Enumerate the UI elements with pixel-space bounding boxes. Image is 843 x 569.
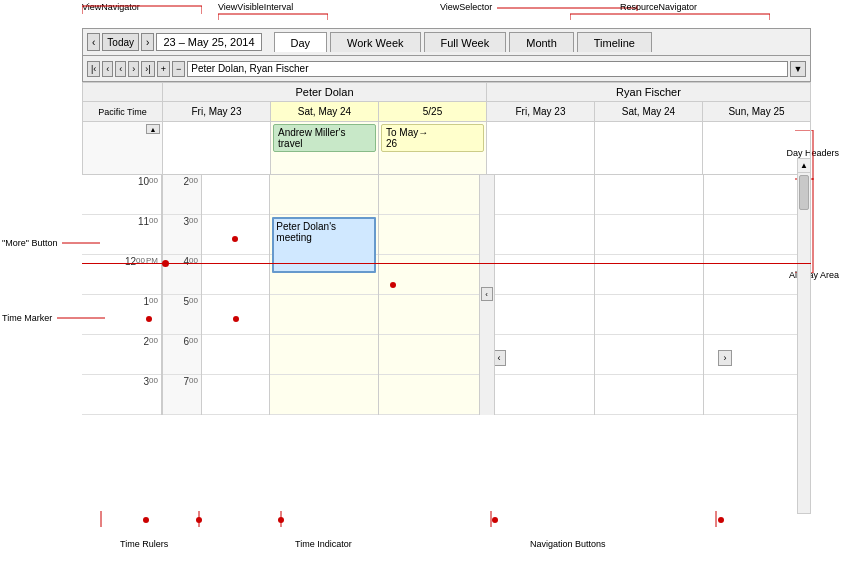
time2-slot-3: 300 (163, 215, 201, 255)
resource-header: Peter Dolan Ryan Fischer (82, 82, 811, 102)
ryan-fischer-header: Ryan Fischer (487, 83, 810, 101)
prev-button[interactable]: ‹ (87, 33, 100, 51)
day-header-row: Pacific Time Fri, May 23 Sat, May 24 5/2… (82, 102, 811, 122)
next-button[interactable]: › (141, 33, 154, 51)
scroll-thumb[interactable] (799, 175, 809, 210)
grid-area: Peter Dolan Ryan Fischer Pacific Time Fr… (82, 82, 811, 415)
more-button[interactable]: ▲ (146, 124, 160, 134)
res-prev-prev[interactable]: |‹ (87, 61, 100, 77)
peter-sat-h1 (270, 295, 377, 335)
today-button[interactable]: Today (102, 33, 139, 51)
peter-day-fri: Fri, May 23 (163, 102, 271, 121)
ryan-fri-h1 (487, 295, 594, 335)
ryan-sat-h3 (595, 375, 702, 415)
time-rulers-label: Time Rulers (120, 539, 168, 549)
time-slot-3: 300 (82, 375, 161, 415)
peter-day-sat: Sat, May 24 (271, 102, 379, 121)
time2-slot-2: 200 (163, 175, 201, 215)
time-body: 1000 1100 1200PM 100 200 300 (82, 175, 811, 415)
ryan-separator: ‹ (479, 175, 495, 415)
peter-day-525: 5/25 (379, 102, 487, 121)
ryan-fri-col (487, 175, 595, 415)
vertical-scrollbar: ▲ (797, 158, 811, 514)
time-slot-1: 100 (82, 295, 161, 335)
ryan-nav-prev[interactable]: ‹ (481, 287, 493, 301)
more-btn-dot (232, 236, 238, 242)
ryan-sun-h10 (704, 175, 811, 215)
res-nav-prev[interactable]: ‹ (115, 61, 126, 77)
view-selector-label: ViewSelector (440, 2, 647, 12)
time-gutter-top (83, 83, 163, 101)
peter-sat-h3 (270, 375, 377, 415)
ryan-day-sat: Sat, May 24 (595, 102, 703, 121)
ryan-fri-h3 (487, 375, 594, 415)
tab-month[interactable]: Month (509, 32, 574, 52)
peter-sun-h11 (379, 215, 486, 255)
ryan-sun-allday (703, 122, 810, 174)
view-interval-label: ViewVisibleInterval (218, 2, 293, 12)
time-slot-12: 1200PM (82, 255, 161, 295)
nav-dot-left (492, 517, 498, 523)
resource-navigator-label: ResourceNavigator (620, 2, 697, 12)
to-may-event[interactable]: To May→26 (381, 124, 484, 152)
ryan-fri-h12 (487, 255, 594, 295)
calendar-container: ‹ Today › 23 – May 25, 2014 Day Work Wee… (82, 28, 811, 514)
calendar-app: ViewNavigator ViewVisibleInterval ViewSe… (0, 0, 843, 569)
resource-dropdown[interactable]: ▼ (790, 61, 806, 77)
ruler-dot-left (143, 517, 149, 523)
date-range-display: 23 – May 25, 2014 (156, 33, 261, 51)
res-plus[interactable]: + (157, 61, 170, 77)
resource-navigator-bracket (570, 12, 770, 24)
nav-buttons-label: Navigation Buttons (530, 539, 606, 549)
time-slot-2: 200 (82, 335, 161, 375)
peter-meeting-event[interactable]: Peter Dolan's meeting (272, 217, 375, 273)
scroll-up-button[interactable]: ▲ (798, 159, 810, 173)
time-slot-11: 1100 (82, 215, 161, 255)
view-navigator-bracket (82, 2, 202, 18)
tab-workweek[interactable]: Work Week (330, 32, 420, 52)
tab-day[interactable]: Day (274, 32, 328, 52)
ryan-sat-h10 (595, 175, 702, 215)
indicator-dot (278, 517, 284, 523)
peter-fri-allday (163, 122, 271, 174)
res-next[interactable]: ›| (141, 61, 154, 77)
ryan-sun-h1 (704, 295, 811, 335)
tab-fullweek[interactable]: Full Week (424, 32, 507, 52)
allday-area: ▲ Andrew Miller's travel To May→26 (82, 122, 811, 175)
res-prev[interactable]: ‹ (102, 61, 113, 77)
res-nav-next[interactable]: › (128, 61, 139, 77)
andrew-miller-event[interactable]: Andrew Miller's travel (273, 124, 376, 152)
view-interval-bracket (218, 12, 328, 24)
peter-sat-allday: Andrew Miller's travel (271, 122, 379, 174)
peter-sat-h2 (270, 335, 377, 375)
ryan-sun-h12 (704, 255, 811, 295)
ryan-day-sun: Sun, May 25 (703, 102, 810, 121)
time-gutter-day: Pacific Time (83, 102, 163, 121)
ryan-fri-allday (487, 122, 595, 174)
time2-slot-6: 600 (163, 335, 201, 375)
pacific-time-label: Pacific Time (98, 107, 147, 117)
resource-input[interactable]: Peter Dolan, Ryan Fischer (187, 61, 788, 77)
ryan-fri-h11 (487, 215, 594, 255)
peter-sat-col: Peter Dolan's meeting (270, 175, 378, 415)
peter-dolan-header: Peter Dolan (163, 83, 487, 101)
appointment-dot (390, 282, 396, 288)
peter-sun-h12 (379, 255, 486, 295)
ryan-sat-h11 (595, 215, 702, 255)
peter-sun-h3 (379, 375, 486, 415)
nav-dot-right (718, 517, 724, 523)
nav-bar-left: ‹ Today › 23 – May 25, 2014 (83, 33, 266, 51)
view-tabs: Day Work Week Full Week Month Timeline (274, 32, 653, 52)
time-marker-dot-ann (146, 316, 152, 322)
peter-sun-h2 (379, 335, 486, 375)
peter-sat-h10 (270, 175, 377, 215)
second-time-gutter: 200 300 400 500 600 700 (162, 175, 202, 415)
ryan-sat-allday (595, 122, 703, 174)
peter-sun-col (379, 175, 487, 415)
tab-timeline[interactable]: Timeline (577, 32, 652, 52)
ryan-right-nav-btn[interactable]: › (718, 350, 732, 366)
time-gutter-left: 1000 1100 1200PM 100 200 300 (82, 175, 162, 415)
time2-slot-5: 500 (163, 295, 201, 335)
res-minus[interactable]: − (172, 61, 185, 77)
peter-sun-h1 (379, 295, 486, 335)
